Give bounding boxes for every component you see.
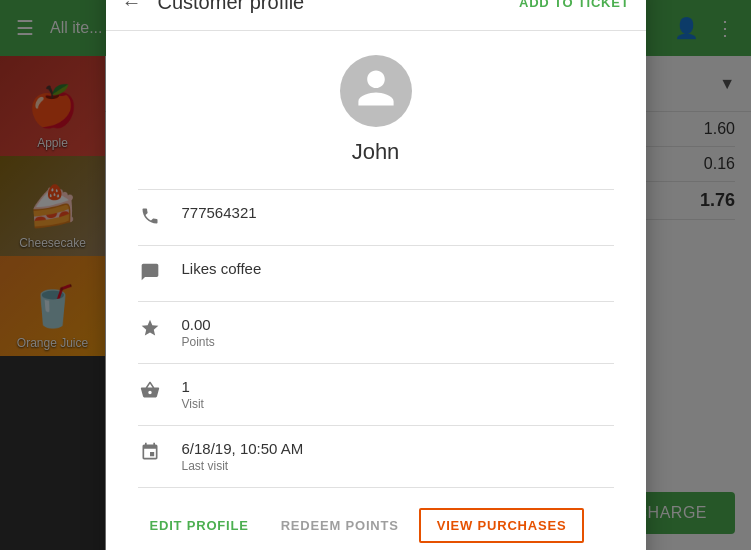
- visit-row: 1 Visit: [138, 364, 614, 426]
- overlay: ← Customer profile ADD TO TICKET John: [0, 0, 751, 550]
- visit-content: 1 Visit: [182, 378, 204, 411]
- visit-value: 1: [182, 378, 204, 395]
- points-value: 0.00: [182, 316, 215, 333]
- modal-header: ← Customer profile ADD TO TICKET: [106, 0, 646, 31]
- visit-label: Visit: [182, 397, 204, 411]
- avatar-person-icon: [354, 66, 398, 117]
- modal-actions: EDIT PROFILE REDEEM POINTS VIEW PURCHASE…: [138, 488, 614, 550]
- avatar-section: John: [138, 55, 614, 165]
- avatar: [340, 55, 412, 127]
- calendar-icon: [138, 442, 162, 467]
- redeem-points-button[interactable]: REDEEM POINTS: [269, 510, 411, 541]
- phone-icon: [138, 206, 162, 231]
- last-visit-row: 6/18/19, 10:50 AM Last visit: [138, 426, 614, 488]
- note-row: Likes coffee: [138, 246, 614, 302]
- last-visit-value: 6/18/19, 10:50 AM: [182, 440, 304, 457]
- phone-content: 777564321: [182, 204, 257, 221]
- basket-icon: [138, 380, 162, 405]
- last-visit-label: Last visit: [182, 459, 304, 473]
- modal-body: John 777564321: [106, 31, 646, 550]
- note-value: Likes coffee: [182, 260, 262, 277]
- points-row: 0.00 Points: [138, 302, 614, 364]
- edit-profile-button[interactable]: EDIT PROFILE: [138, 510, 261, 541]
- info-list: 777564321 Likes coffee: [138, 189, 614, 488]
- points-label: Points: [182, 335, 215, 349]
- star-icon: [138, 318, 162, 343]
- last-visit-content: 6/18/19, 10:50 AM Last visit: [182, 440, 304, 473]
- comment-icon: [138, 262, 162, 287]
- note-content: Likes coffee: [182, 260, 262, 277]
- modal-title: Customer profile: [158, 0, 305, 14]
- customer-profile-modal: ← Customer profile ADD TO TICKET John: [106, 0, 646, 550]
- back-button[interactable]: ←: [122, 0, 142, 14]
- view-purchases-button[interactable]: VIEW PURCHASES: [419, 508, 585, 543]
- add-to-ticket-button[interactable]: ADD TO TICKET: [519, 0, 630, 10]
- points-content: 0.00 Points: [182, 316, 215, 349]
- phone-value: 777564321: [182, 204, 257, 221]
- phone-row: 777564321: [138, 190, 614, 246]
- customer-name: John: [352, 139, 400, 165]
